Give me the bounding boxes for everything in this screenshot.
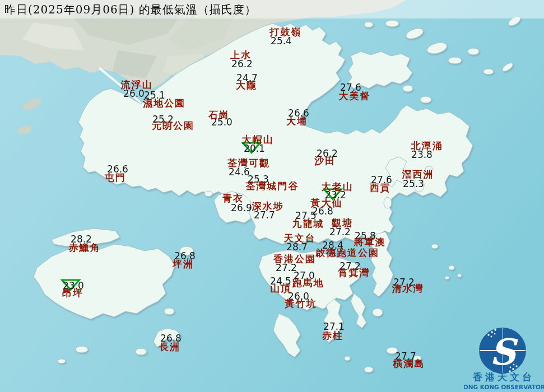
station-name: 沙田 — [314, 156, 336, 166]
station-name: 北潭涌 — [411, 141, 443, 151]
station-name: 元朗公園 — [152, 121, 194, 130]
station-name: 荃灣可觀 — [227, 158, 270, 168]
station-name: 啟德跑道公園 — [315, 248, 379, 258]
station-name: 筲箕灣 — [338, 268, 370, 278]
station-name: 濕地公園 — [143, 99, 185, 108]
hko-logo: S 香港天文台 HONG KONG OBSERVATORY — [464, 323, 544, 392]
station-name: 上水 — [230, 50, 252, 60]
station-name: 橫瀾島 — [393, 359, 425, 368]
station-value: 26.9 — [231, 203, 252, 213]
station-name: 黃竹坑 — [285, 299, 317, 309]
hko-logo-name-zh: 香港天文台 — [472, 371, 534, 382]
station-value: 20.1 — [244, 144, 265, 153]
station-value: 25.3 — [403, 179, 424, 189]
station-name: 黃大仙 — [311, 198, 343, 208]
station-name: 天文台 — [284, 234, 316, 243]
station-name: 跑馬地 — [292, 278, 324, 288]
station-name: 赤鱲角 — [69, 243, 101, 253]
station-name: 石崗 — [208, 110, 230, 120]
hko-logo-s: S — [490, 331, 518, 373]
map-title: 昨日(2025年09月06日) 的最低氣溫（攝氏度） — [4, 2, 257, 17]
hko-logo-name-en: HONG KONG OBSERVATORY — [464, 384, 544, 390]
station-value: 26.0 — [123, 89, 145, 99]
station-name: 荃灣城門谷 — [246, 181, 299, 191]
station-name: 流浮山 — [121, 80, 153, 90]
station-name: 大老山 — [322, 182, 354, 192]
station-value: 24.6 — [229, 167, 250, 177]
station-name: 觀塘 — [332, 218, 353, 228]
station-name: 將軍澳 — [354, 237, 386, 247]
station-name: 大埔 — [286, 116, 308, 126]
station-name: 深水埗 — [252, 202, 284, 211]
station-value: 27.2 — [329, 227, 351, 237]
hk-min-temperature-map: 昨日(2025年09月06日) 的最低氣溫（攝氏度） 25.4打鼓嶺26.2上水… — [0, 0, 544, 392]
station-name: 赤柱 — [322, 331, 343, 340]
station-name: 大帽山 — [242, 135, 274, 144]
station-name: 昂坪 — [62, 288, 83, 298]
station-name: 滘西洲 — [402, 170, 434, 179]
station-value: 23.8 — [411, 150, 433, 160]
station-name: 大美督 — [339, 91, 371, 101]
station-name: 青衣 — [222, 194, 244, 203]
station-name: 長洲 — [159, 342, 180, 352]
station-value: 28.7 — [286, 242, 308, 252]
station-value: 27.7 — [254, 211, 275, 220]
station-name: 打鼓嶺 — [270, 27, 302, 37]
station-name: 西貢 — [370, 183, 391, 193]
station-name: 大隴 — [236, 81, 257, 90]
station-name: 清水灣 — [392, 284, 424, 293]
station-name: 屯門 — [105, 173, 126, 183]
station-name: 香港公園 — [273, 254, 316, 264]
station-value: 26.2 — [231, 59, 253, 69]
station-name: 坪洲 — [173, 259, 194, 269]
station-name: 九龍城 — [292, 219, 324, 228]
station-value: 25.4 — [271, 36, 292, 46]
station-layer: 25.4打鼓嶺26.2上水24.7大隴27.6大美督26.0流浮山25.1濕地公… — [0, 0, 544, 392]
